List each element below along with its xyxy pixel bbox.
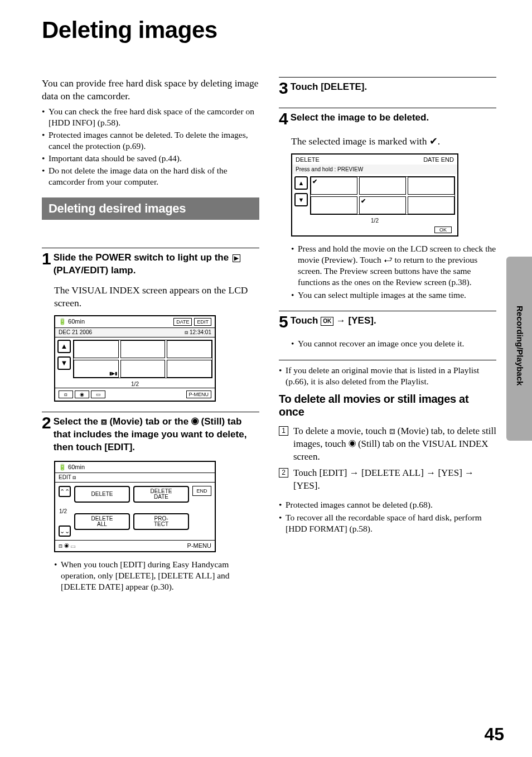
pager-text: 1/2	[292, 217, 457, 224]
bullet: Do not delete the image data on the hard…	[42, 165, 259, 187]
bullet: Important data should be saved (p.44).	[42, 153, 259, 164]
text: Touch	[291, 315, 321, 326]
step-title: Slide the POWER switch to light up the ▶…	[54, 252, 259, 277]
pager-text: 1/2	[55, 380, 215, 388]
check-icon: ✔	[361, 197, 366, 205]
thumbnail[interactable]: ✔	[311, 177, 357, 195]
play-edit-icon: ▶	[233, 254, 240, 262]
check-icon: ✔	[312, 178, 317, 185]
thumbnail[interactable]	[359, 177, 406, 195]
thumbnail[interactable]	[408, 177, 454, 195]
step-number: 2	[42, 414, 51, 431]
date-button[interactable]: DATE	[173, 318, 192, 326]
intro-text: You can provide free hard disk space by …	[42, 77, 259, 103]
intro-bullets: You can check the free hard disk space o…	[42, 106, 259, 188]
step-title: Touch [DELETE].	[291, 81, 496, 94]
other-tab[interactable]: ▭	[91, 390, 105, 398]
bullet: You can select multiple images at the sa…	[291, 290, 496, 301]
checkmark-icon: ✔	[429, 136, 438, 147]
end-button[interactable]: END	[192, 486, 211, 496]
thumbnail[interactable]	[167, 360, 212, 378]
delete-date-button[interactable]: DELETE DATE	[133, 486, 189, 503]
still-icon: ◉	[191, 416, 199, 427]
still-tab[interactable]: ◉	[64, 542, 69, 549]
thumbnail[interactable]: ▮▶▮	[74, 360, 119, 378]
page-title: Deleting images	[42, 17, 499, 44]
numbered-list: 1To delete a movie, touch ⧈ (Movie) tab,…	[279, 425, 496, 493]
text: → [YES].	[333, 315, 376, 326]
bullet: You cannot recover an image once you del…	[291, 338, 496, 349]
pager-text: 1/2	[59, 508, 67, 514]
edit-button[interactable]: EDIT	[194, 318, 211, 326]
step-3: 3 Touch [DELETE].	[279, 81, 496, 98]
pmenu-button[interactable]: P-MENU	[186, 390, 212, 399]
thumbnail[interactable]	[408, 196, 454, 214]
list-item: 2Touch [EDIT] → [DELETE ALL] → [YES] → […	[279, 467, 496, 493]
delete-all-button[interactable]: DELETE ALL	[74, 513, 130, 530]
step-1: 1 Slide the POWER switch to light up the…	[42, 252, 259, 402]
up-arrow-button[interactable]: ▲	[294, 176, 308, 190]
step-number: 5	[279, 314, 288, 330]
end-button[interactable]: END	[441, 156, 454, 163]
battery-label: 🔋 60min	[59, 318, 85, 325]
movie-tab[interactable]: ⧈	[59, 542, 62, 549]
step-number: 3	[279, 80, 288, 97]
list-item: 1To delete a movie, touch ⧈ (Movie) tab,…	[279, 425, 496, 464]
battery-label: 🔋 60min	[59, 464, 85, 470]
thumbnail[interactable]	[120, 360, 166, 378]
bullet: Press and hold the movie on the LCD scre…	[291, 243, 496, 288]
date-button[interactable]: DATE	[423, 156, 439, 163]
other-tab[interactable]: ▭	[71, 542, 75, 549]
ok-button[interactable]: OK	[434, 226, 452, 233]
time-text: ⧈ 12:34:01	[185, 329, 211, 336]
step-number: 4	[279, 110, 288, 127]
down-arrow-button[interactable]: ▼	[294, 193, 308, 206]
bullet: If you delete an original movie that is …	[279, 365, 496, 387]
delete-button[interactable]: DELETE	[74, 486, 130, 503]
down-arrow-button[interactable]: ▼	[57, 356, 71, 370]
step-title: Select the ⧈ (Movie) tab or the ◉ (Still…	[54, 416, 259, 454]
visual-index-screen: 🔋 60min DATE EDIT DEC 21 2006 ⧈ 12:34:01…	[54, 315, 216, 402]
step-title: Touch OK → [YES].	[291, 315, 496, 327]
edit-screen: 🔋 60min EDIT ⧈ ⌃⌃ 1/2 ⌄⌄ DELETE DELETE D…	[54, 461, 216, 552]
preview-hint: Press and hold : PREVIEW	[292, 165, 457, 174]
bullet: To recover all the recordable space of h…	[279, 512, 496, 534]
bullet: You can check the free hard disk space o…	[42, 106, 259, 128]
section-tab-label: Recording/Playback	[515, 306, 525, 385]
thumbnail[interactable]	[74, 340, 119, 358]
still-tab[interactable]: ◉	[75, 390, 89, 398]
delete-label: DELETE	[296, 156, 320, 163]
delete-screen: DELETE DATE END Press and hold : PREVIEW…	[291, 153, 458, 237]
bullet: Protected images cannot be deleted (p.68…	[279, 499, 496, 510]
up-double-arrow-button[interactable]: ⌃⌃	[59, 486, 71, 497]
thumbnail[interactable]	[167, 340, 212, 358]
num-circle-icon: 2	[279, 468, 288, 478]
step-4: 4 Select the image to be deleted. The se…	[279, 112, 496, 301]
protect-button[interactable]: PRO- TECT	[133, 513, 189, 530]
step-number: 1	[42, 250, 51, 267]
date-text: DEC 21 2006	[59, 329, 92, 336]
down-double-arrow-button[interactable]: ⌄⌄	[59, 525, 71, 537]
text: (Movie) tab or the	[107, 416, 191, 427]
section-heading: Deleting desired images	[42, 197, 259, 220]
step-body: The VISUAL INDEX screen appears on the L…	[54, 284, 259, 310]
play-indicator-icon: ▮▶▮	[109, 371, 117, 376]
text: Slide the POWER switch to light up the	[54, 252, 231, 263]
movie-icon: ⧈	[101, 416, 107, 427]
text: (PLAY/EDIT) lamp.	[54, 265, 136, 276]
num-circle-icon: 1	[279, 426, 288, 436]
page-number: 45	[484, 724, 504, 745]
section-tab: Recording/Playback	[506, 257, 532, 441]
up-arrow-button[interactable]: ▲	[57, 340, 71, 353]
ok-icon: OK	[321, 317, 333, 326]
step-body: The selected image is marked with ✔.	[291, 135, 496, 148]
pmenu-button[interactable]: P-MENU	[187, 542, 211, 549]
step-2: 2 Select the ⧈ (Movie) tab or the ◉ (Sti…	[42, 416, 259, 592]
thumbnail[interactable]	[120, 340, 166, 358]
step-5: 5 Touch OK → [YES]. You cannot recover a…	[279, 315, 496, 349]
thumbnail[interactable]	[311, 196, 357, 214]
thumbnail[interactable]: ✔	[359, 196, 406, 214]
movie-tab[interactable]: ⧈	[59, 390, 73, 398]
text: Select the	[54, 416, 101, 427]
step-title: Select the image to be deleted.	[291, 112, 496, 124]
